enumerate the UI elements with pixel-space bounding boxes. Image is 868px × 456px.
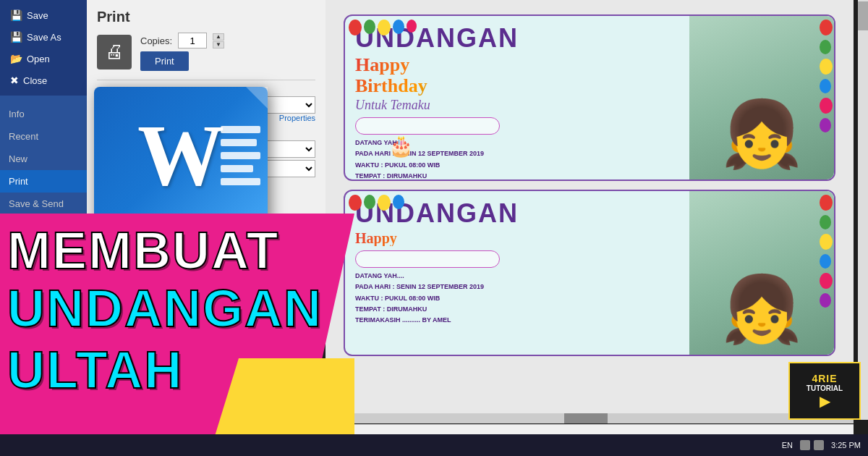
balloon-red-2	[349, 195, 362, 211]
balloon-yellow	[378, 20, 391, 35]
sidebar-item-savesend[interactable]: Save & Send	[0, 193, 87, 215]
top-balloons-2	[345, 191, 408, 214]
close-icon: ✖	[10, 75, 19, 86]
print-button[interactable]: Print	[140, 51, 189, 71]
title-overlay: MEMBUAT UNDANGAN ULTAH	[0, 214, 362, 456]
balloon-blue	[393, 20, 404, 34]
title-membuat: MEMBUAT	[7, 221, 280, 280]
happy-birthday-1: HappyBirthday	[355, 55, 679, 96]
sidebar-item-saveas[interactable]: 💾 Save As	[7, 28, 80, 46]
balloon-green	[364, 20, 375, 34]
panel-title: Print	[97, 9, 315, 25]
balloon-red	[349, 20, 362, 35]
word-line-4	[221, 165, 253, 172]
preview-area: UNDANGAN HappyBirthday Untuk Temaku 🎂 DA…	[326, 0, 854, 420]
sidebar-item-info[interactable]: Info	[0, 103, 87, 125]
copies-label: Copies:	[140, 35, 172, 46]
sidebar-item-recent[interactable]: Recent	[0, 125, 87, 148]
spin-up[interactable]: ▲	[213, 33, 224, 41]
balloon-pink	[407, 20, 417, 33]
saveas-icon: 💾	[10, 31, 22, 43]
word-lines	[221, 126, 260, 185]
card-left-1: UNDANGAN HappyBirthday Untuk Temaku 🎂 DA…	[345, 16, 689, 180]
sidebar-item-close[interactable]: ✖ Close	[7, 71, 80, 90]
right-scrollbar[interactable]	[858, 0, 868, 420]
top-balloons-1	[345, 16, 420, 39]
word-letter: W	[137, 112, 224, 199]
watermark: 4RIE TUTORIAL ▶	[788, 362, 861, 420]
watermark-play: ▶	[820, 392, 830, 410]
title-undangan: UNDANGAN	[7, 279, 323, 338]
balloon-green-2	[364, 195, 375, 209]
taskbar-icon-1[interactable]	[800, 440, 810, 450]
taskbar-language: EN	[782, 441, 793, 449]
open-icon: 📂	[10, 53, 22, 64]
name-box-1	[355, 117, 500, 135]
invitation-card-1: UNDANGAN HappyBirthday Untuk Temaku 🎂 DA…	[344, 14, 835, 181]
sidebar-top-menu: 💾 Save 💾 Save As 📂 Open ✖ Close	[0, 0, 87, 96]
saveas-label: Save As	[27, 32, 61, 43]
copies-area: Copies: ▲ ▼ Print	[140, 33, 224, 71]
spinner: ▲ ▼	[213, 33, 224, 48]
card-right-1: 👧	[689, 16, 834, 180]
balloon-blue-2	[393, 195, 404, 209]
sidebar-item-open[interactable]: 📂 Open	[7, 49, 80, 68]
taskbar-icons	[800, 440, 824, 450]
balloon-yellow-2	[378, 195, 391, 211]
h-scrollbar[interactable]	[326, 413, 854, 423]
h-scroll-thumb[interactable]	[564, 413, 608, 423]
print-icon-area: 🖨 Copies: ▲ ▼ Print	[97, 33, 315, 71]
happy-birthday-2: Happy	[355, 230, 679, 246]
taskbar: EN 3:25 PM	[0, 434, 868, 456]
printer-icon: 🖨	[97, 35, 132, 69]
word-logo-inner: W	[94, 87, 268, 224]
spin-down[interactable]: ▼	[213, 41, 224, 48]
title-ultah: ULTAH	[7, 340, 183, 400]
save-icon: 💾	[10, 9, 22, 21]
word-line-2	[221, 139, 257, 146]
deco-cake: 🎂	[388, 134, 414, 158]
card-left-2: UNDANGAN Happy DATANG YAH.... PADA HARI …	[345, 191, 689, 355]
untuk-teman-1: Untuk Temaku	[355, 98, 679, 113]
copies-row: Copies: ▲ ▼	[140, 33, 224, 48]
scroll-thumb[interactable]	[858, 1, 868, 30]
child-photo-1: 👧	[689, 16, 834, 180]
watermark-text: TUTORIAL	[807, 384, 843, 392]
watermark-top: 4RIE	[812, 373, 837, 384]
open-label: Open	[27, 54, 50, 64]
taskbar-time: 3:25 PM	[831, 441, 861, 449]
sidebar-item-save[interactable]: 💾 Save	[7, 6, 80, 25]
name-box-2	[355, 250, 500, 268]
taskbar-right: EN 3:25 PM	[782, 440, 861, 450]
word-line-5	[221, 178, 260, 185]
word-line-3	[221, 152, 260, 159]
sidebar-item-new[interactable]: New	[0, 148, 87, 170]
event-details-2: DATANG YAH.... PADA HARI : SENIN 12 SEPT…	[355, 271, 679, 326]
child-photo-2: 👧	[689, 191, 834, 355]
save-label: Save	[27, 10, 48, 21]
invitation-card-2: UNDANGAN Happy DATANG YAH.... PADA HARI …	[344, 190, 835, 356]
taskbar-icon-2[interactable]	[814, 440, 824, 450]
sidebar-item-print[interactable]: Print	[0, 170, 87, 193]
word-line-1	[221, 126, 260, 133]
close-label: Close	[23, 75, 47, 86]
word-logo: W	[94, 87, 282, 232]
copies-input[interactable]	[178, 33, 207, 48]
card-right-2: 👧	[689, 191, 834, 355]
